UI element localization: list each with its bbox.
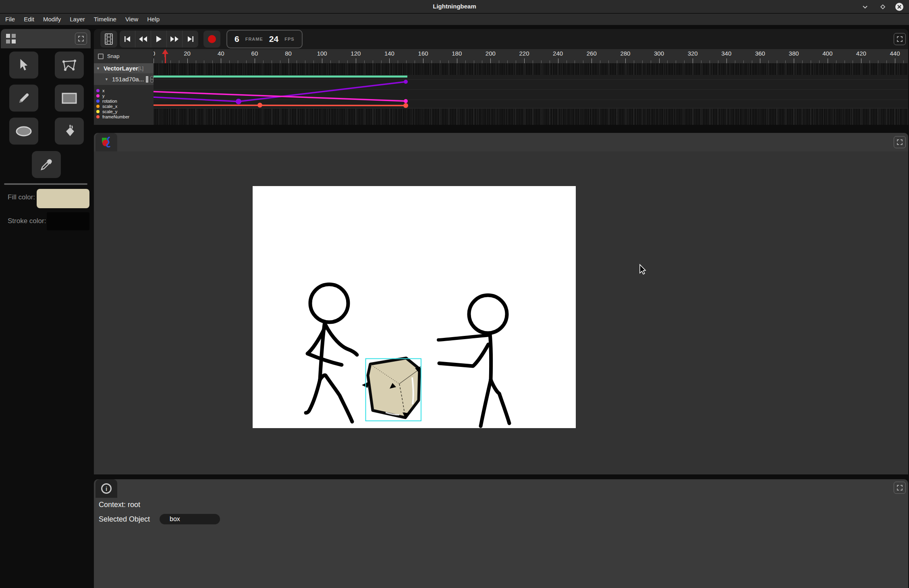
collapse-triangle-icon[interactable]: ▼ xyxy=(105,77,108,81)
tool-pencil[interactable] xyxy=(9,85,38,112)
paint-bucket-icon xyxy=(62,124,77,139)
property-label: y xyxy=(102,93,105,98)
context-text: Context: root xyxy=(99,501,140,509)
expand-icon xyxy=(897,36,903,42)
expand-icon xyxy=(897,484,903,491)
keyframe-dot xyxy=(403,103,408,108)
property-row-rotation[interactable]: rotation xyxy=(94,98,117,104)
ruler-tick xyxy=(861,58,861,63)
rectangle-icon xyxy=(61,92,77,104)
timeline-panel: 6 FRAME 24 FPS 0204060801001201401601802… xyxy=(94,29,908,125)
curve-graph-area[interactable] xyxy=(154,75,908,109)
inspector-panel: i Context: root Selected Object box xyxy=(94,479,908,588)
right-stick-figure[interactable] xyxy=(438,295,509,426)
pencil-icon xyxy=(17,91,31,105)
canvas-expand-button[interactable] xyxy=(894,136,906,148)
ruler-label: 420 xyxy=(856,50,866,57)
inspector-expand-button[interactable] xyxy=(894,482,906,494)
layer-row-vectorlayer[interactable]: ▼ VectorLayer [L] xyxy=(94,63,154,73)
tool-select[interactable] xyxy=(9,52,38,79)
selected-object-value[interactable]: box xyxy=(160,514,220,524)
close-icon xyxy=(895,2,904,11)
property-label: frameNumber xyxy=(102,114,129,119)
app-window: Lightningbeam FileEditModifyLayerTimelin… xyxy=(0,0,909,588)
property-color-dot xyxy=(96,89,100,92)
free-transform-icon xyxy=(61,58,77,72)
property-color-dot xyxy=(96,110,100,113)
layer-badge: [L] xyxy=(138,66,143,71)
keyframe-dot xyxy=(404,99,408,103)
menu-item-help[interactable]: Help xyxy=(143,14,164,25)
sidebar-header xyxy=(1,29,91,48)
snap-checkbox[interactable] xyxy=(98,54,104,59)
menu-item-timeline[interactable]: Timeline xyxy=(89,14,121,25)
property-label: scale_x xyxy=(102,104,117,109)
ellipse-icon xyxy=(15,125,33,137)
ruler-label: 440 xyxy=(890,50,900,57)
layer-name: VectorLayer xyxy=(104,65,138,72)
tool-eyedropper[interactable] xyxy=(32,151,61,178)
property-color-dot xyxy=(96,94,100,97)
keyframe-dot xyxy=(236,99,241,104)
property-row-scale_y[interactable]: scale_y xyxy=(94,109,117,114)
grid-icon[interactable] xyxy=(6,33,16,46)
snap-row: Snap xyxy=(94,49,154,63)
fill-color-swatch[interactable] xyxy=(37,189,89,208)
stroke-color-label: Stroke color: xyxy=(8,217,46,225)
ruler-tick xyxy=(895,58,895,63)
stage-drawing xyxy=(253,186,576,428)
object-row[interactable]: ▼ 151ad70a... ~ xyxy=(94,73,154,85)
canvas-header xyxy=(94,133,908,151)
ruler-tick xyxy=(853,60,853,63)
solid-square-button[interactable] xyxy=(146,76,148,83)
inspector-tab[interactable]: i xyxy=(95,479,117,498)
maximize-button[interactable] xyxy=(878,2,887,11)
property-row-scale_x[interactable]: scale_x xyxy=(94,104,117,109)
minimize-button[interactable] xyxy=(861,2,870,11)
window-title: Lightningbeam xyxy=(0,3,909,10)
property-row-y[interactable]: y xyxy=(94,93,105,98)
property-row-frameNumber[interactable]: frameNumber xyxy=(94,114,129,119)
sidebar-divider xyxy=(4,183,87,185)
canvas-panel xyxy=(94,133,908,474)
snap-label: Snap xyxy=(107,53,119,59)
property-label: rotation xyxy=(102,99,117,104)
canvas-tab[interactable] xyxy=(95,133,117,151)
tool-ellipse[interactable] xyxy=(9,118,38,145)
property-row-x[interactable]: x xyxy=(94,88,105,93)
info-icon: i xyxy=(101,483,112,494)
left-stick-figure[interactable] xyxy=(306,284,357,422)
stage[interactable] xyxy=(253,186,576,428)
stroke-color-swatch[interactable] xyxy=(47,212,89,230)
close-button[interactable] xyxy=(895,2,904,11)
chevron-down-icon xyxy=(862,4,868,10)
keyframe-dot xyxy=(404,80,408,84)
menu-item-edit[interactable]: Edit xyxy=(19,14,39,25)
diamond-icon xyxy=(880,4,886,10)
frames-strip-bottom[interactable] xyxy=(154,109,908,125)
ruler-tick xyxy=(870,60,870,63)
menu-item-file[interactable]: File xyxy=(1,14,19,25)
keyframe-dot xyxy=(257,103,262,108)
menu-item-layer[interactable]: Layer xyxy=(65,14,89,25)
tool-free-transform[interactable] xyxy=(55,52,84,79)
animation-curves[interactable] xyxy=(94,29,849,109)
object-name: 151ad70a... xyxy=(112,76,144,83)
property-list: xyrotationscale_xscale_yframeNumber xyxy=(94,85,154,125)
tool-paint-bucket[interactable] xyxy=(55,118,84,145)
timeline-expand-button[interactable] xyxy=(894,33,906,45)
menu-item-modify[interactable]: Modify xyxy=(39,14,65,25)
menu-item-view[interactable]: View xyxy=(121,14,143,25)
tool-sidebar: Fill color: Stroke color: xyxy=(1,29,91,587)
tool-rectangle[interactable] xyxy=(55,85,84,112)
property-color-dot xyxy=(96,99,100,103)
select-cursor-icon xyxy=(18,58,30,72)
sidebar-expand-button[interactable] xyxy=(75,33,87,45)
collapse-triangle-icon[interactable]: ▼ xyxy=(96,66,100,70)
property-color-dot xyxy=(96,115,100,118)
playhead-arrow-icon[interactable] xyxy=(161,49,170,57)
fill-color-label: Fill color: xyxy=(8,193,35,201)
box-object[interactable] xyxy=(362,358,421,421)
selected-object-label: Selected Object xyxy=(99,515,150,524)
tilde-button[interactable]: ~ xyxy=(150,76,154,83)
